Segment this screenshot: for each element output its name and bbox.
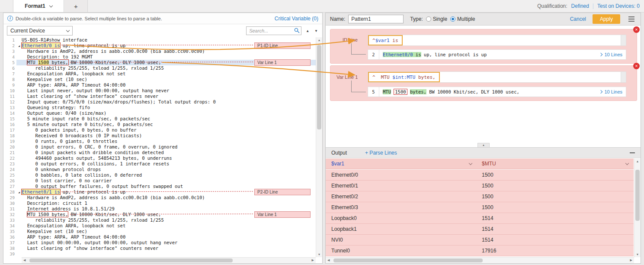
type-multiple-radio[interactable]: Multiple xyxy=(450,16,475,22)
code-line-11[interactable]: 11 Last clearing of "show interface" cou… xyxy=(3,94,316,99)
menu-icon[interactable] xyxy=(628,19,634,19)
scroll-up-icon[interactable]: ▲ xyxy=(316,39,322,42)
code-line-34[interactable]: 34 Encapsulation ARPA, loopback not set xyxy=(3,223,316,229)
expand-caret-icon[interactable]: ◢ xyxy=(16,189,22,195)
var-line-pattern-text[interactable]: ^ MTU $int:MTU bytes, xyxy=(368,72,440,82)
parse-label-var-line-1b[interactable]: Var Line 1 xyxy=(254,211,311,218)
expand-caret-icon[interactable]: ◢ xyxy=(16,43,22,48)
drag-handle[interactable] xyxy=(621,72,626,82)
device-output-code[interactable]: 1 US-BOS-R1#show interface2◢Ethernet0/0 … xyxy=(3,37,316,257)
code-line-13[interactable]: 13 Queueing strategy: fifo xyxy=(3,105,316,110)
search-next-button[interactable]: ▼ xyxy=(314,28,319,34)
code-text: Encapsulation ARPA, loopback not set xyxy=(22,223,316,229)
code-line-22[interactable]: 22 494460 packets output, 54854213 bytes… xyxy=(3,155,316,161)
code-line-3[interactable]: 3 Hardware is AmdP2, address is aabb.cc0… xyxy=(3,48,316,54)
parse-lines-link[interactable]: + Parse Lines xyxy=(365,150,397,156)
line-number: 22 xyxy=(3,155,16,161)
id-line-pattern-text[interactable]: ^$var1 is xyxy=(368,35,403,45)
code-line-12[interactable]: 12 Input queue: 0/75/0/0 (size/max/drops… xyxy=(3,99,316,105)
scroll-right-icon[interactable]: ▶ xyxy=(630,259,632,262)
code-line-9[interactable]: 9 ARP type: ARPA, ARP Timeout 04:00:00 xyxy=(3,82,316,88)
scroll-left-icon[interactable]: ◀ xyxy=(23,259,26,262)
code-line-10[interactable]: 10 Last input never, output 00:00:00, ou… xyxy=(3,88,316,94)
code-line-19[interactable]: 19 0 runts, 0 giants, 0 throttles xyxy=(3,139,316,144)
qualification-defined-link[interactable]: Defined xyxy=(571,3,589,9)
tab-format1[interactable]: Format1 xyxy=(13,0,64,12)
code-line-24[interactable]: 24 0 unknown protocol drops xyxy=(3,167,316,172)
column-header-mtu[interactable]: $MTU xyxy=(476,161,634,167)
var-line-pattern-row[interactable]: ^ MTU $int:MTU bytes, xyxy=(368,71,626,83)
minimize-icon[interactable] xyxy=(630,152,635,153)
code-line-26[interactable]: 26 0 lost carrier, 0 no carrier xyxy=(3,178,316,184)
scroll-up-icon[interactable]: ▲ xyxy=(634,160,641,163)
code-line-36[interactable]: 36 ARP type: ARPA, ARP Timeout 04:00:00 xyxy=(3,234,316,240)
code-line-17[interactable]: 17 0 packets input, 0 bytes, 0 no buffer xyxy=(3,127,316,133)
table-row[interactable]: Tunnel017916 xyxy=(326,246,634,256)
code-line-30[interactable]: 30 Description: circuit 1 xyxy=(3,200,316,206)
table-row[interactable]: Ethernet0/11500 xyxy=(326,181,634,191)
table-row[interactable]: Loopback11514 xyxy=(326,224,634,235)
cell-var1: NVI0 xyxy=(326,237,476,243)
code-line-14[interactable]: 14 Output queue: 0/40 (size/max) xyxy=(3,110,316,116)
code-line-15[interactable]: 15 5 minute input rate 0 bits/sec, 0 pac… xyxy=(3,116,316,122)
scroll-right-icon[interactable]: ▶ xyxy=(312,259,314,262)
chevron-down-icon[interactable] xyxy=(625,161,629,165)
code-line-37[interactable]: 37 Last input 00:00:00, output 00:00:00,… xyxy=(3,240,316,246)
add-format-tab-button[interactable]: + xyxy=(64,0,88,12)
table-row[interactable]: Ethernet0/21500 xyxy=(326,191,634,202)
code-line-29[interactable]: 29 Hardware is AmdP2, address is aabb.cc… xyxy=(3,195,316,200)
column-header-var1[interactable]: $var1 xyxy=(326,161,476,167)
chevron-down-icon[interactable] xyxy=(469,161,472,165)
var-line-lines-link[interactable]: 10 Lines xyxy=(599,89,622,94)
drag-handle[interactable] xyxy=(621,35,626,45)
var-line-match-row[interactable]: 5 MTU 1500 bytes, BW 10000 Kbit/sec, DLY… xyxy=(368,87,626,97)
horizontal-scrollbar[interactable]: ◀ ▶ xyxy=(326,257,634,263)
horizontal-scrollbar[interactable]: ◀ ▶ xyxy=(22,257,316,263)
scroll-down-icon[interactable]: ▼ xyxy=(316,253,322,256)
code-line-39[interactable]: 39 xyxy=(3,251,316,257)
scrollbar-thumb[interactable] xyxy=(29,259,233,262)
code-line-7[interactable]: 7 Encapsulation ARPA, loopback not set xyxy=(3,71,316,77)
table-row[interactable]: Ethernet0/31500 xyxy=(326,202,634,213)
type-single-radio[interactable]: Single xyxy=(426,16,447,22)
scrollbar-thumb[interactable] xyxy=(333,259,483,262)
scrollbar-thumb[interactable] xyxy=(635,170,640,221)
table-row[interactable]: Loopback01514 xyxy=(326,213,634,224)
search-icon[interactable] xyxy=(294,28,300,33)
table-row[interactable]: NVI01514 xyxy=(326,235,634,246)
id-line-match-row[interactable]: 2 Ethernet0/0 is up, line protocol is up… xyxy=(368,49,626,60)
code-line-23[interactable]: 23 0 output errors, 0 collisions, 1 inte… xyxy=(3,161,316,167)
parse-label-p1-id-line[interactable]: P1-ID Line xyxy=(254,42,311,49)
code-line-38[interactable]: 38 Last clearing of "show interface" cou… xyxy=(3,246,316,251)
code-line-8[interactable]: 8 Keepalive set (10 sec) xyxy=(3,77,316,82)
parse-label-var-line-1[interactable]: Var Line 1 xyxy=(254,59,311,66)
table-row[interactable]: Ethernet0/01500 xyxy=(326,170,634,181)
vertical-scrollbar[interactable]: ▲ ▼ xyxy=(316,37,322,257)
code-line-16[interactable]: 16 5 minute output rate 0 bits/sec, 0 pa… xyxy=(3,122,316,127)
id-line-lines-link[interactable]: 10 Lines xyxy=(599,52,622,57)
code-line-20[interactable]: 20 0 input errors, 0 CRC, 0 frame, 0 ove… xyxy=(3,144,316,150)
code-line-25[interactable]: 25 0 babbles, 0 late collision, 0 deferr… xyxy=(3,172,316,178)
close-icon[interactable]: × xyxy=(633,63,640,69)
apply-button[interactable]: Apply xyxy=(593,14,620,24)
code-line-35[interactable]: 35 Keepalive set (10 sec) xyxy=(3,229,316,234)
code-line-6[interactable]: 6 reliability 255/255, txload 1/255, rxl… xyxy=(3,65,316,71)
cancel-button[interactable]: Cancel xyxy=(570,16,586,22)
scrollbar-thumb[interactable] xyxy=(317,45,321,129)
critical-variable-link[interactable]: Critical Variable (0) xyxy=(275,16,318,22)
id-line-pattern-row[interactable]: ^$var1 is xyxy=(368,35,626,46)
chevron-down-icon[interactable] xyxy=(49,3,52,7)
pattern-name-input[interactable] xyxy=(348,15,404,23)
scroll-down-icon[interactable]: ▼ xyxy=(634,253,641,256)
device-selector-dropdown[interactable]: Current Device xyxy=(7,26,73,36)
parse-label-p2-id-line[interactable]: P2-ID Line xyxy=(254,189,311,195)
code-line-33[interactable]: 33 reliability 255/255, txload 1/255, rx… xyxy=(3,217,316,223)
test-on-devices-link[interactable]: Test on Devices: 0 xyxy=(597,3,640,9)
code-line-21[interactable]: 21 0 input packets with dribble conditio… xyxy=(3,150,316,155)
code-line-18[interactable]: 18 Received 0 broadcasts (0 IP multicast… xyxy=(3,133,316,139)
close-icon[interactable]: × xyxy=(633,26,640,33)
vertical-scrollbar[interactable]: ▲ ▼ xyxy=(634,158,641,257)
scroll-left-icon[interactable]: ◀ xyxy=(327,259,330,262)
search-input[interactable] xyxy=(246,26,301,35)
search-prev-button[interactable]: ▲ xyxy=(305,28,310,34)
